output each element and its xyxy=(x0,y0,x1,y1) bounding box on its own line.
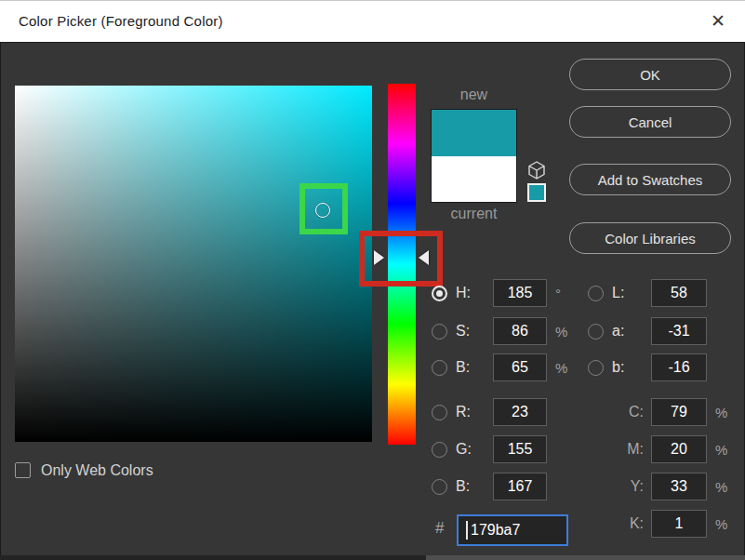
row-hue: H: ° xyxy=(432,279,561,307)
row-green: G: xyxy=(432,435,547,463)
input-s[interactable] xyxy=(493,317,547,345)
label-a: a: xyxy=(612,323,644,340)
radio-b[interactable] xyxy=(432,360,447,376)
hex-input[interactable] xyxy=(457,514,568,546)
input-a[interactable] xyxy=(651,317,707,345)
row-black: K: % xyxy=(588,510,727,538)
saturation-brightness-field[interactable] xyxy=(15,86,372,442)
color-field-cursor[interactable] xyxy=(315,203,330,218)
hue-slider-arrow-left[interactable] xyxy=(374,250,384,265)
label-g: G: xyxy=(456,441,486,458)
row-yellow: Y: % xyxy=(588,473,727,500)
label-lab-b: b: xyxy=(612,359,644,376)
row-lab-b: b: xyxy=(588,353,707,381)
input-m[interactable] xyxy=(651,435,707,463)
input-b[interactable] xyxy=(493,353,547,381)
row-brightness: B: % xyxy=(432,353,567,381)
unit-h: ° xyxy=(555,286,561,301)
color-libraries-button[interactable]: Color Libraries xyxy=(569,222,731,254)
unit-k: % xyxy=(715,516,727,532)
row-cyan: C: % xyxy=(588,398,727,426)
radio-l[interactable] xyxy=(588,286,604,301)
dialog-title: Color Picker (Foreground Color) xyxy=(19,0,223,42)
radio-g[interactable] xyxy=(432,442,447,458)
input-b2[interactable] xyxy=(493,473,547,500)
label-y: Y: xyxy=(612,478,644,495)
color-picker-dialog: Color Picker (Foreground Color) ✕ new cu… xyxy=(0,0,745,560)
label-b2: B: xyxy=(456,478,486,495)
radio-h[interactable] xyxy=(432,286,447,301)
current-color-label: current xyxy=(431,206,517,222)
input-lab-b[interactable] xyxy=(651,353,707,381)
label-s: S: xyxy=(456,323,486,340)
input-r[interactable] xyxy=(493,398,547,426)
row-saturation: S: % xyxy=(432,317,567,345)
row-lab-a: a: xyxy=(588,317,707,345)
label-k: K: xyxy=(612,515,644,532)
hex-hash-label: # xyxy=(435,519,444,538)
unit-m: % xyxy=(715,442,727,458)
unit-s: % xyxy=(555,324,567,340)
radio-b2[interactable] xyxy=(432,479,447,495)
gamut-cube-icon[interactable] xyxy=(525,159,548,181)
unit-b: % xyxy=(555,360,567,376)
current-color-swatch xyxy=(432,156,516,203)
row-blue: B: xyxy=(432,473,547,500)
unit-y: % xyxy=(715,479,727,495)
new-color-swatch xyxy=(432,110,516,156)
row-lab-l: L: xyxy=(588,279,707,307)
radio-r[interactable] xyxy=(432,405,447,420)
add-to-swatches-button[interactable]: Add to Swatches xyxy=(569,164,731,195)
web-safe-color-swatch[interactable] xyxy=(527,183,546,202)
text-caret xyxy=(466,521,468,540)
only-web-colors-label: Only Web Colors xyxy=(41,462,153,479)
radio-lab-b[interactable] xyxy=(588,360,604,376)
hue-slider[interactable] xyxy=(388,84,416,445)
bottom-edge-light xyxy=(426,555,745,560)
input-y[interactable] xyxy=(651,473,707,500)
label-h: H: xyxy=(456,285,486,301)
row-red: R: xyxy=(432,398,547,426)
label-r: R: xyxy=(456,404,486,420)
label-b: B: xyxy=(456,359,486,376)
close-icon[interactable]: ✕ xyxy=(702,0,734,42)
input-c[interactable] xyxy=(651,398,707,426)
row-magenta: M: % xyxy=(588,435,727,463)
bottom-edge-dark xyxy=(0,555,426,560)
label-l: L: xyxy=(612,285,644,301)
label-m: M: xyxy=(612,441,644,458)
radio-a[interactable] xyxy=(588,324,604,340)
hue-slider-arrow-right[interactable] xyxy=(419,250,429,265)
input-g[interactable] xyxy=(493,435,547,463)
new-color-label: new xyxy=(431,87,517,103)
input-k[interactable] xyxy=(651,510,707,538)
cancel-button[interactable]: Cancel xyxy=(569,106,731,138)
title-bar: Color Picker (Foreground Color) ✕ xyxy=(0,0,745,42)
radio-s[interactable] xyxy=(432,324,447,340)
color-preview-swatch xyxy=(431,109,517,203)
unit-c: % xyxy=(715,405,727,420)
ok-button[interactable]: OK xyxy=(569,59,731,90)
input-l[interactable] xyxy=(651,279,707,307)
only-web-colors-checkbox[interactable] xyxy=(15,462,31,478)
input-h[interactable] xyxy=(493,279,547,307)
label-c: C: xyxy=(612,404,644,420)
